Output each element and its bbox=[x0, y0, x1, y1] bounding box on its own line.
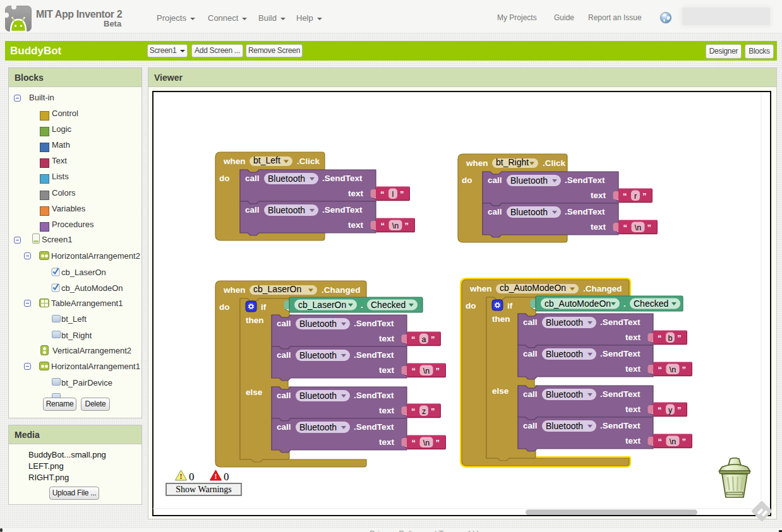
svg-text:Bluetooth: Bluetooth bbox=[510, 175, 548, 186]
svg-text:text: text bbox=[379, 365, 395, 375]
svg-text:”: ” bbox=[647, 223, 652, 232]
svg-text:.SendText: .SendText bbox=[565, 207, 605, 216]
svg-text:when: when bbox=[223, 285, 246, 295]
svg-text:Bluetooth: Bluetooth bbox=[546, 389, 583, 399]
svg-text:“: “ bbox=[658, 405, 662, 415]
svg-text:Bluetooth: Bluetooth bbox=[546, 317, 583, 328]
svg-text:“: “ bbox=[658, 333, 662, 343]
svg-text:.SendText: .SendText bbox=[354, 319, 394, 328]
svg-text:bt_Right: bt_Right bbox=[496, 157, 529, 167]
svg-text:.: . bbox=[361, 300, 363, 310]
svg-text:call: call bbox=[277, 350, 291, 360]
svg-text:”: ” bbox=[431, 406, 435, 416]
svg-text:”: ” bbox=[431, 334, 435, 344]
svg-text:call: call bbox=[523, 421, 538, 430]
svg-text:call: call bbox=[523, 389, 538, 399]
svg-text:text: text bbox=[379, 437, 395, 447]
svg-text:text: text bbox=[348, 189, 364, 198]
svg-text:.SendText: .SendText bbox=[354, 350, 394, 360]
svg-text:“: “ bbox=[623, 223, 628, 232]
svg-text:Checked: Checked bbox=[371, 300, 406, 310]
svg-text:call: call bbox=[245, 205, 260, 215]
svg-text:call: call bbox=[277, 422, 291, 432]
svg-text:call: call bbox=[277, 319, 291, 328]
svg-text:cb_LaserOn: cb_LaserOn bbox=[298, 300, 346, 310]
svg-text:when: when bbox=[466, 158, 488, 168]
svg-text:Bluetooth: Bluetooth bbox=[546, 421, 583, 431]
svg-text:do: do bbox=[466, 301, 476, 310]
svg-text:“: “ bbox=[411, 406, 416, 416]
svg-text:”: ” bbox=[436, 438, 440, 447]
svg-text:.Changed: .Changed bbox=[322, 285, 361, 295]
svg-text:.SendText: .SendText bbox=[354, 422, 394, 432]
svg-text:\n: \n bbox=[670, 365, 676, 374]
svg-text:”: ” bbox=[677, 333, 682, 343]
svg-text:text: text bbox=[379, 406, 395, 415]
svg-text:cb_LaserOn: cb_LaserOn bbox=[253, 284, 301, 294]
svg-text:.Changed: .Changed bbox=[583, 284, 622, 293]
svg-text:.SendText: .SendText bbox=[600, 421, 641, 430]
svg-text:text: text bbox=[625, 436, 641, 446]
svg-text:“: “ bbox=[658, 437, 663, 446]
svg-text:call: call bbox=[523, 349, 538, 358]
svg-text:when: when bbox=[469, 284, 492, 293]
svg-text:l: l bbox=[392, 190, 394, 199]
svg-text:Bluetooth: Bluetooth bbox=[299, 422, 337, 432]
svg-text:text: text bbox=[625, 333, 641, 342]
svg-text:“: “ bbox=[658, 365, 663, 374]
svg-text:.Click: .Click bbox=[297, 157, 320, 166]
svg-text:text: text bbox=[591, 191, 606, 200]
svg-text:\n: \n bbox=[670, 437, 676, 446]
svg-text:Checked: Checked bbox=[634, 299, 668, 309]
svg-text:cb_AutoModeOn: cb_AutoModeOn bbox=[500, 283, 566, 293]
svg-text:do: do bbox=[219, 302, 230, 312]
svg-text:0: 0 bbox=[224, 471, 229, 483]
svg-text:Bluetooth: Bluetooth bbox=[299, 350, 337, 360]
svg-text:text: text bbox=[625, 364, 641, 374]
svg-text:”: ” bbox=[677, 405, 682, 415]
svg-text:.SendText: .SendText bbox=[600, 389, 641, 399]
svg-text:if: if bbox=[507, 301, 513, 310]
svg-text:Bluetooth: Bluetooth bbox=[546, 349, 583, 359]
svg-text:.SendText: .SendText bbox=[600, 349, 641, 358]
svg-text:.SendText: .SendText bbox=[354, 391, 394, 400]
svg-text:call: call bbox=[488, 207, 502, 216]
svg-text:y: y bbox=[668, 406, 673, 415]
svg-text:else: else bbox=[492, 386, 509, 396]
svg-text:”: ” bbox=[642, 191, 647, 201]
svg-text:.: . bbox=[623, 299, 626, 309]
svg-text:”: ” bbox=[405, 221, 409, 230]
svg-text:“: “ bbox=[380, 189, 385, 199]
svg-text:Bluetooth: Bluetooth bbox=[510, 207, 548, 217]
svg-text:cb_AutoModeOn: cb_AutoModeOn bbox=[544, 299, 611, 309]
svg-text:b: b bbox=[668, 334, 673, 343]
svg-text:\n: \n bbox=[423, 367, 430, 375]
svg-text:”: ” bbox=[400, 189, 404, 199]
svg-text:“: “ bbox=[411, 334, 416, 344]
svg-text:“: “ bbox=[381, 221, 385, 230]
svg-text:when: when bbox=[223, 157, 246, 166]
svg-text:0: 0 bbox=[189, 471, 195, 483]
svg-text:do: do bbox=[219, 174, 230, 183]
svg-text:”: ” bbox=[682, 365, 687, 374]
svg-text:else: else bbox=[246, 387, 263, 397]
svg-text:text: text bbox=[379, 334, 395, 343]
svg-text:bt_Left: bt_Left bbox=[253, 155, 280, 165]
svg-text:call: call bbox=[488, 175, 502, 185]
svg-text:”: ” bbox=[436, 366, 440, 375]
svg-text:“: “ bbox=[412, 366, 416, 375]
svg-text:.SendText: .SendText bbox=[600, 317, 641, 327]
svg-text:!: ! bbox=[215, 472, 217, 481]
svg-text:do: do bbox=[462, 175, 472, 185]
svg-text:text: text bbox=[625, 405, 641, 414]
svg-text:z: z bbox=[422, 407, 426, 416]
svg-text:.SendText: .SendText bbox=[565, 175, 605, 185]
svg-text:.SendText: .SendText bbox=[322, 174, 363, 183]
svg-text:Bluetooth: Bluetooth bbox=[268, 174, 305, 184]
svg-text:Bluetooth: Bluetooth bbox=[268, 205, 305, 215]
svg-text:!: ! bbox=[180, 472, 183, 481]
svg-text:Bluetooth: Bluetooth bbox=[299, 319, 337, 329]
svg-text:r: r bbox=[634, 192, 637, 201]
svg-text:then: then bbox=[246, 316, 264, 325]
svg-text:“: “ bbox=[623, 191, 627, 201]
